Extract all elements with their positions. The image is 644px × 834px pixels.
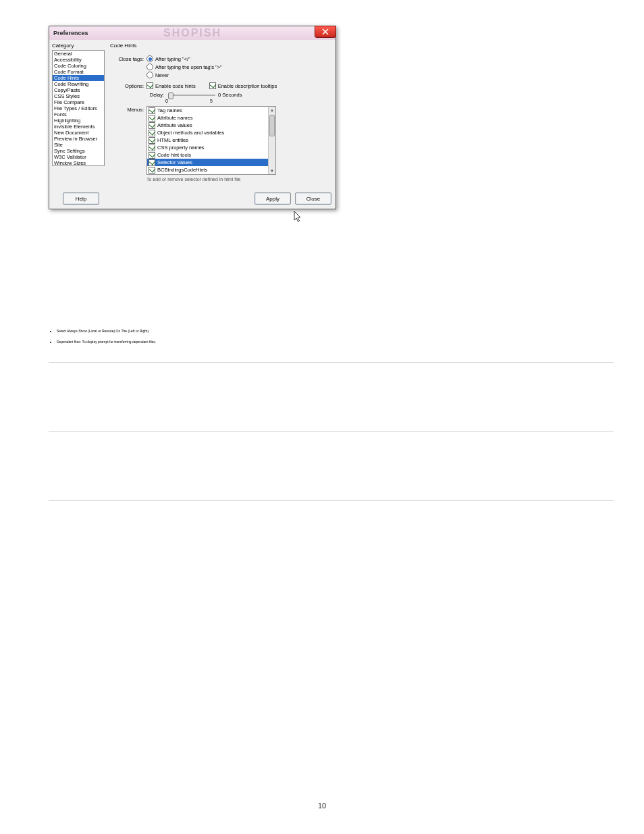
section-paragraph: Use Files panel to connect to remote fol… — [49, 399, 614, 413]
title-bar: Preferences SHOPISH — [49, 26, 336, 40]
list-item[interactable]: Attribute names — [147, 114, 269, 122]
check-enable-code-hints[interactable]: Enable code hints — [146, 82, 196, 89]
checkbox-icon — [146, 82, 153, 89]
category-item[interactable]: Sync Settings — [53, 148, 104, 154]
radio-label: After typing the open tag's ">" — [155, 64, 222, 70]
menus-listbox[interactable]: Tag names Attribute names Attribute valu… — [146, 106, 276, 175]
category-list[interactable]: General Accessibility Code Coloring Code… — [52, 50, 105, 166]
tick-max: 5 — [210, 99, 213, 103]
tick-min: 0 — [165, 99, 168, 103]
radio-icon — [146, 63, 153, 70]
delay-slider[interactable] — [168, 95, 215, 96]
cursor-icon — [294, 211, 303, 223]
category-item[interactable]: Code Format — [53, 69, 104, 75]
menus-label: Menus: — [110, 106, 146, 113]
options-label: Options: — [110, 82, 146, 89]
dialog-buttons: Help Apply Close — [49, 188, 336, 209]
window-title: Preferences — [53, 30, 88, 36]
close-button[interactable]: Close — [295, 192, 331, 205]
scroll-down-icon[interactable]: ▼ — [269, 167, 275, 174]
list-item-label: BCBindingsCodeHints — [157, 166, 207, 174]
radio-after-open-tag[interactable]: After typing the open tag's ">" — [146, 63, 331, 70]
category-item[interactable]: File Types / Editors — [53, 105, 104, 111]
bullet-item: Dependant files: To display prompt for t… — [57, 339, 614, 344]
list-item[interactable]: Attribute values — [147, 122, 269, 129]
section-paragraph: Use Files panel to create or delete file… — [49, 469, 614, 483]
radio-icon — [146, 72, 153, 78]
list-item[interactable]: Tag names — [147, 107, 269, 114]
list-item-label: Tag names — [157, 107, 182, 114]
list-item-selected[interactable]: Selector Values — [147, 159, 269, 166]
checkbox-icon — [149, 159, 155, 166]
close-window-button[interactable] — [315, 26, 336, 38]
preferences-dialog: Preferences SHOPISH Category General Acc… — [49, 26, 336, 209]
checkbox-icon — [149, 167, 155, 174]
check-enable-desc-tooltips[interactable]: Enable description tooltips — [209, 82, 277, 89]
apply-button[interactable]: Apply — [254, 192, 291, 205]
panel-title: Code Hints — [110, 43, 331, 49]
category-item[interactable]: Code Rewriting — [53, 81, 104, 87]
divider — [49, 500, 614, 501]
category-item[interactable]: General — [53, 51, 104, 57]
delay-label: Delay: — [146, 92, 165, 98]
help-button[interactable]: Help — [63, 192, 99, 205]
close-tags-label: Close tags: — [110, 55, 146, 62]
section-heading: CREATE AND DELETE FILES AND FOLDERS — [49, 450, 614, 465]
scroll-thumb[interactable] — [269, 115, 275, 136]
category-item[interactable]: CSS Styles — [53, 93, 104, 99]
watermark: SHOPISH — [49, 27, 336, 39]
list-item-label: Object methods and variables — [157, 129, 224, 136]
category-item[interactable]: Accessibility — [53, 57, 104, 63]
checkbox-icon — [209, 82, 216, 89]
check-label: Enable description tooltips — [218, 83, 277, 89]
list-item-label: Selector Values — [157, 159, 192, 166]
category-item[interactable]: W3C Validator — [53, 154, 104, 160]
list-item[interactable]: CSS property names — [147, 144, 269, 151]
section-heading: SET SITE PREFERENCES FOR TRANSFERRING FI… — [49, 289, 614, 303]
check-label: Enable code hints — [155, 83, 196, 89]
radio-never[interactable]: Never — [146, 72, 331, 78]
section-paragraph: Select Edit > Preferences (Windows) or D… — [49, 307, 614, 321]
list-item-label: Attribute values — [157, 122, 192, 129]
category-heading: Category — [52, 43, 105, 49]
scrollbar[interactable]: ▲ ▼ — [268, 107, 275, 174]
checkbox-icon — [149, 122, 155, 129]
category-item[interactable]: Highlighting — [53, 118, 104, 124]
delay-value: 0 Seconds — [218, 92, 242, 98]
bullet-item: Select Always Show (Local or Remote) On … — [57, 328, 614, 334]
menus-hint: To add or remove selector defined in htm… — [146, 177, 331, 182]
category-item[interactable]: Invisible Elements — [53, 124, 104, 130]
divider — [49, 431, 614, 432]
radio-after-close-slash[interactable]: After typing "</" — [146, 55, 331, 62]
document-body: SET SITE PREFERENCES FOR TRANSFERRING FI… — [49, 270, 614, 505]
checkbox-icon — [149, 145, 155, 151]
category-item[interactable]: Fonts — [53, 111, 104, 118]
checkbox-icon — [149, 137, 155, 144]
category-item[interactable]: Code Coloring — [53, 63, 104, 69]
radio-label: Never — [155, 72, 169, 78]
checkbox-icon — [149, 107, 155, 114]
list-item-label: Code hint tools — [157, 151, 191, 159]
checkbox-icon — [149, 115, 155, 122]
list-item-label: HTML entities — [157, 136, 188, 144]
category-item-selected[interactable]: Code Hints — [53, 75, 104, 81]
category-item[interactable]: Site — [53, 142, 104, 148]
list-item[interactable]: HTML entities — [147, 136, 269, 144]
category-item[interactable]: Window Sizes — [53, 160, 104, 166]
checkbox-icon — [149, 152, 155, 159]
category-item[interactable]: New Document — [53, 130, 104, 136]
scroll-up-icon[interactable]: ▲ — [269, 107, 275, 113]
divider — [49, 362, 614, 363]
category-item[interactable]: File Compare — [53, 99, 104, 105]
category-item[interactable]: Copy/Paste — [53, 87, 104, 93]
close-icon — [322, 28, 329, 35]
page-number: 10 — [0, 802, 644, 810]
list-item[interactable]: Code hint tools — [147, 151, 269, 159]
list-item-label: Attribute names — [157, 114, 193, 122]
radio-icon — [146, 55, 153, 62]
list-item-label: CSS property names — [157, 144, 205, 151]
category-item[interactable]: Preview in Browser — [53, 136, 104, 142]
list-item[interactable]: Object methods and variables — [147, 129, 269, 136]
section-heading: CONNECT TO OR DISCONNECT FROM A REMOTE F… — [49, 382, 614, 396]
list-item[interactable]: BCBindingsCodeHints — [147, 166, 269, 174]
